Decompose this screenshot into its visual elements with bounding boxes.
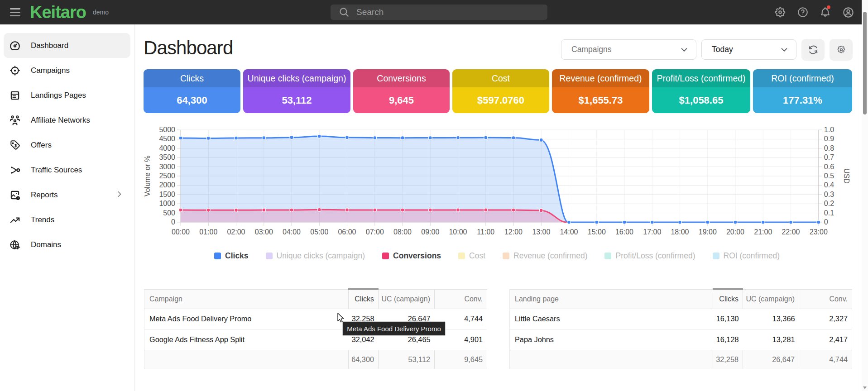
svg-text:14:00: 14:00 — [560, 228, 578, 236]
svg-text:07:00: 07:00 — [366, 228, 384, 236]
svg-text:0.7: 0.7 — [824, 153, 834, 161]
svg-text:1000: 1000 — [159, 200, 175, 207]
svg-text:02:00: 02:00 — [227, 228, 245, 236]
svg-text:2000: 2000 — [159, 181, 175, 189]
svg-text:0.3: 0.3 — [824, 191, 834, 198]
svg-text:0.4: 0.4 — [824, 181, 834, 189]
svg-text:0: 0 — [824, 218, 828, 226]
svg-text:22:00: 22:00 — [782, 228, 800, 236]
svg-text:0.9: 0.9 — [824, 135, 834, 143]
svg-text:23:00: 23:00 — [810, 228, 828, 236]
svg-text:0.2: 0.2 — [824, 200, 834, 207]
svg-text:04:00: 04:00 — [283, 228, 301, 236]
svg-text:09:00: 09:00 — [421, 228, 439, 236]
svg-text:3000: 3000 — [159, 163, 175, 171]
svg-text:06:00: 06:00 — [338, 228, 356, 236]
svg-text:20:00: 20:00 — [726, 228, 744, 236]
svg-text:Volume or %: Volume or % — [144, 156, 151, 197]
svg-text:0: 0 — [171, 218, 175, 226]
svg-text:4500: 4500 — [159, 135, 175, 143]
svg-text:16:00: 16:00 — [615, 228, 633, 236]
svg-text:01:00: 01:00 — [199, 228, 217, 236]
svg-text:21:00: 21:00 — [754, 228, 772, 236]
svg-text:USD: USD — [843, 168, 850, 184]
svg-text:1500: 1500 — [159, 191, 175, 198]
svg-text:4000: 4000 — [159, 144, 175, 152]
svg-text:03:00: 03:00 — [255, 228, 273, 236]
svg-text:17:00: 17:00 — [643, 228, 661, 236]
svg-text:3500: 3500 — [159, 153, 175, 161]
svg-text:0.1: 0.1 — [824, 209, 834, 217]
svg-text:0.6: 0.6 — [824, 163, 834, 171]
svg-text:2500: 2500 — [159, 172, 175, 180]
svg-text:12:00: 12:00 — [504, 228, 523, 236]
svg-text:18:00: 18:00 — [671, 228, 689, 236]
svg-text:05:00: 05:00 — [310, 228, 328, 236]
svg-text:15:00: 15:00 — [588, 228, 606, 236]
svg-text:11:00: 11:00 — [477, 228, 494, 236]
svg-text:0.5: 0.5 — [824, 172, 834, 180]
svg-text:10:00: 10:00 — [449, 228, 467, 236]
svg-text:1.0: 1.0 — [824, 126, 834, 134]
svg-text:5000: 5000 — [159, 126, 175, 134]
svg-text:500: 500 — [163, 209, 175, 217]
svg-text:0.8: 0.8 — [824, 144, 834, 152]
svg-text:00:00: 00:00 — [172, 228, 190, 236]
svg-text:08:00: 08:00 — [393, 228, 412, 236]
svg-text:13:00: 13:00 — [532, 228, 550, 236]
svg-text:19:00: 19:00 — [699, 228, 717, 236]
